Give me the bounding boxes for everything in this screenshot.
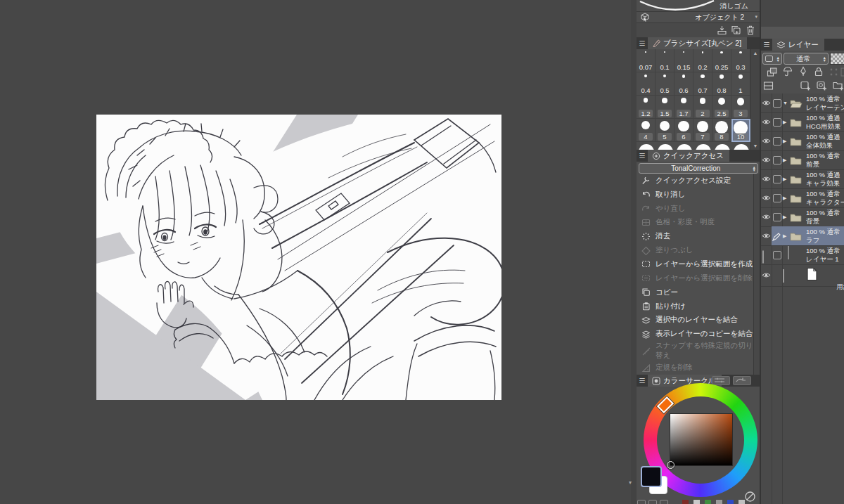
brush-size-cell[interactable]: 7: [693, 119, 712, 142]
tool-item-object[interactable]: オブジェクト 2 ▾: [637, 12, 760, 22]
brush-size-grid-partial-row[interactable]: [637, 142, 750, 150]
brush-size-cell[interactable]: 0.8: [712, 72, 731, 96]
visibility-eye-icon[interactable]: [761, 112, 772, 131]
layer-checkbox[interactable]: [773, 213, 781, 221]
folder-collapse-icon[interactable]: ▼: [783, 93, 788, 112]
blend-mode-dropdown[interactable]: 通常 ▲▼: [784, 53, 829, 65]
layer-row-hcg-effects[interactable]: ▶ 100 % 通過HCG用効果: [761, 112, 844, 132]
qa-item-ruler-delete[interactable]: 定規を削除: [637, 361, 753, 375]
brush-size-cell[interactable]: 0.1: [656, 49, 674, 72]
swatch[interactable]: [716, 500, 722, 504]
new-layer-icon[interactable]: [800, 80, 812, 91]
opacity-slider[interactable]: [830, 53, 844, 65]
qa-item-redo[interactable]: やり直し: [637, 202, 753, 216]
qa-item-selection-from-layer[interactable]: レイヤーから選択範囲を作成: [637, 257, 753, 271]
qa-item-selection-delete[interactable]: レイヤーから選択範囲を削除: [637, 271, 753, 285]
layer-thumbnail[interactable]: [788, 246, 789, 259]
visibility-eye-icon[interactable]: [761, 150, 772, 169]
new-correction-layer-icon[interactable]: [816, 80, 828, 91]
qa-item-paste[interactable]: 貼り付け: [637, 299, 753, 314]
transparent-color-icon[interactable]: [744, 491, 756, 503]
swatch[interactable]: [727, 500, 734, 504]
sv-cursor[interactable]: [667, 461, 674, 469]
brush-size-cell[interactable]: 6: [674, 119, 693, 142]
layer-checkbox[interactable]: [773, 194, 781, 202]
scroll-up-icon[interactable]: ▲: [751, 49, 760, 57]
swatch[interactable]: [682, 500, 689, 504]
qa-item-undo[interactable]: 取り消し: [637, 188, 753, 202]
register-subtool-icon[interactable]: [717, 25, 727, 35]
visibility-eye-icon[interactable]: [761, 131, 772, 150]
visibility-eye-icon[interactable]: [761, 207, 772, 226]
brush-size-cell[interactable]: 1: [731, 72, 750, 96]
brush-size-cell-selected[interactable]: 10: [731, 119, 750, 142]
folder-expand-icon[interactable]: ▶: [783, 169, 786, 188]
tab-quick-access[interactable]: クイックアクセス: [648, 150, 729, 162]
layer-palette-dropdown[interactable]: ▲▼: [762, 53, 782, 65]
brush-size-cell[interactable]: 2.5: [712, 96, 731, 119]
lock-thumbnail-icon[interactable]: [829, 67, 839, 77]
brush-size-cell[interactable]: 0.07: [637, 49, 656, 72]
layer-checkbox[interactable]: [773, 251, 781, 259]
layers-panel-menu-icon[interactable]: ☰: [761, 39, 772, 51]
draft-pen-icon[interactable]: [798, 66, 809, 77]
layer-row-global-effects[interactable]: ▶ 100 % 通過全体効果: [761, 131, 844, 151]
visibility-off-box[interactable]: [762, 250, 764, 264]
tool-list-scroll-down-icon[interactable]: ▾: [755, 14, 757, 20]
quick-access-preset-dropdown[interactable]: TonalCorrection ▲▼: [639, 163, 758, 174]
color-slider-tab-icon[interactable]: [712, 376, 730, 385]
layer-checkbox[interactable]: [773, 156, 781, 164]
tab-brush-size[interactable]: ブラシサイズ[丸ペン 2]: [648, 37, 747, 49]
visibility-eye-icon[interactable]: [761, 264, 772, 286]
folder-expand-icon[interactable]: ▶: [783, 188, 786, 207]
layer-checkbox[interactable]: [773, 137, 781, 146]
brush-size-cell[interactable]: 0.2: [693, 49, 712, 72]
layer-checkbox[interactable]: [773, 99, 781, 108]
duplicate-subtool-icon[interactable]: [731, 25, 741, 35]
brush-size-cell[interactable]: 0.5: [656, 72, 674, 96]
visibility-eye-icon[interactable]: [761, 169, 772, 188]
brush-size-cell[interactable]: 2: [693, 96, 712, 119]
layer-checkbox[interactable]: [773, 175, 781, 183]
foreground-color-swatch[interactable]: [641, 466, 662, 487]
delete-subtool-trash-icon[interactable]: [746, 25, 755, 36]
folder-expand-icon[interactable]: ▶: [783, 131, 786, 150]
brush-size-cell[interactable]: 0.4: [637, 72, 656, 96]
layer-row-layer1-hidden[interactable]: 100 % 通常レイヤー 1: [761, 245, 844, 265]
layer-row-character[interactable]: ▶ 100 % 通常キャラクター: [761, 188, 844, 208]
brush-size-cell[interactable]: 8: [712, 119, 731, 142]
folder-expand-icon[interactable]: ▶: [783, 112, 786, 131]
brush-size-cell[interactable]: 0.7: [693, 72, 712, 96]
swatch[interactable]: [693, 500, 700, 504]
qa-item-fill[interactable]: 塗りつぶし: [637, 243, 753, 257]
layer-row-template-folder[interactable]: ▼ 100 % 通常レイヤーテンプ: [761, 93, 844, 113]
saturation-value-square[interactable]: [670, 413, 733, 466]
swatch[interactable]: [705, 500, 711, 504]
layer-row-rough-selected[interactable]: ▶ 100 % 通常ラフ: [761, 226, 844, 246]
two-pane-icon[interactable]: [763, 81, 774, 91]
brush-size-cell[interactable]: 1.2: [637, 96, 656, 119]
folder-expand-icon[interactable]: ▶: [783, 150, 786, 169]
color-history-tab-icon[interactable]: [733, 376, 751, 385]
brush-size-cell[interactable]: 5: [656, 119, 674, 142]
tool-item-eraser[interactable]: 消しゴム: [637, 0, 760, 12]
divider-chevron-down-icon[interactable]: ▾: [629, 479, 632, 486]
brush-size-cell[interactable]: 0.6: [674, 72, 693, 96]
brush-size-scrollbar[interactable]: ▲ ▼: [750, 49, 760, 150]
qa-item-hsl[interactable]: 色相・彩度・明度: [637, 216, 753, 230]
color-panel-menu-icon[interactable]: ☰: [637, 375, 648, 387]
paper-thumbnail[interactable]: [783, 269, 784, 283]
quick-access-menu-icon[interactable]: ☰: [637, 150, 648, 162]
tab-layers[interactable]: レイヤー: [772, 39, 824, 51]
layer-row-paper[interactable]: 用紙: [761, 264, 844, 287]
qa-item-settings[interactable]: クイックアクセス設定: [637, 174, 753, 188]
scroll-down-icon[interactable]: ▼: [751, 142, 760, 150]
brush-size-cell[interactable]: 0.3: [731, 49, 750, 72]
folder-expand-icon[interactable]: ▶: [783, 226, 786, 245]
visibility-eye-icon[interactable]: [761, 188, 772, 207]
alpha-lock-icon[interactable]: [782, 66, 793, 77]
layer-row-chara-effects[interactable]: ▶ 100 % 通過キャラ効果: [761, 169, 844, 189]
brush-size-cell[interactable]: 1.5: [656, 96, 674, 119]
new-folder-icon[interactable]: [832, 80, 844, 91]
brush-size-cell[interactable]: 3: [731, 96, 750, 119]
